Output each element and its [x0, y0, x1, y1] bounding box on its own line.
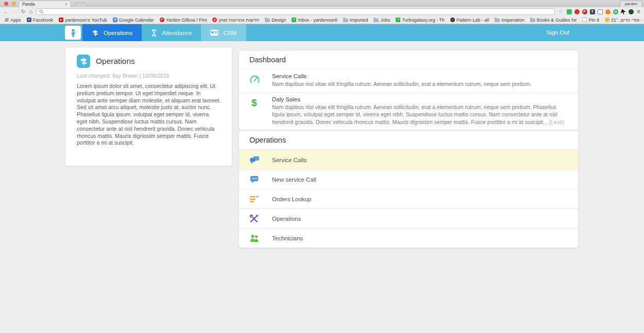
- pinterest-icon: [160, 17, 164, 22]
- ops-item-orders-lookup[interactable]: Orders Lookup: [239, 189, 578, 208]
- minimize-window-button[interactable]: [12, 2, 16, 6]
- bookmark-folder-books[interactable]: Books & Guides for: [530, 17, 577, 23]
- bookmark-folder-jobs[interactable]: Jobs: [374, 17, 390, 23]
- bookmark-star-icon[interactable]: ☆: [558, 9, 563, 14]
- chrome-menu-icon[interactable]: ≡: [637, 9, 640, 14]
- bookmark-folder-insperation[interactable]: Insperation: [495, 17, 524, 23]
- panda-logo-icon: [69, 28, 77, 38]
- youtube-icon: [59, 17, 63, 22]
- page-content: Operations Last changed: Itay Brown | 10…: [0, 41, 644, 333]
- bookmark-folder-imported[interactable]: Imported: [343, 17, 368, 23]
- bookmark-pattern-lab[interactable]: Pattern Lab - all: [450, 17, 489, 23]
- reload-icon[interactable]: [21, 9, 25, 14]
- chat-bubble-dots-icon: [249, 175, 272, 184]
- home-icon[interactable]: [29, 9, 32, 14]
- back-icon[interactable]: [4, 9, 9, 14]
- bookmark-turbogalaxy[interactable]: Turbogalaxy.org - Th: [396, 17, 444, 23]
- orders-list-icon: [249, 195, 272, 203]
- capture-extension-icon[interactable]: [598, 9, 603, 14]
- duckduckgo-extension-icon[interactable]: [629, 9, 634, 14]
- bookmark-apps[interactable]: Apps: [4, 17, 21, 23]
- tab-attendance[interactable]: Attendance: [142, 24, 201, 41]
- omnibox[interactable]: [36, 8, 555, 15]
- card-body-text: Lorem ipsum dolor sit amet, consectetur …: [77, 83, 221, 147]
- people-icon: [249, 234, 272, 242]
- last-changed-meta: Last changed: Itay Brown | 10/05/2015: [77, 73, 221, 79]
- app-tabs: Operations Attendance CRM: [82, 24, 246, 41]
- bookmark-pin-it[interactable]: Pin It: [582, 17, 599, 23]
- card-title: Operations: [96, 57, 135, 66]
- signpost-icon: [92, 29, 99, 37]
- bookmark-folder-design[interactable]: Design: [265, 17, 286, 23]
- address-input[interactable]: [46, 9, 552, 14]
- browser-toolbar: ☆ P T G ≡: [0, 7, 644, 16]
- profile-name-chip[interactable]: yarden: [620, 1, 642, 7]
- dashboard-title: Dashboard: [239, 50, 578, 69]
- folder-icon: [495, 19, 500, 22]
- flame-extension-icon[interactable]: [605, 9, 611, 14]
- hourglass-icon: [151, 29, 157, 37]
- less-link[interactable]: (Less): [549, 119, 564, 125]
- operations-card: Operations Service Calls: [239, 130, 579, 248]
- close-window-button[interactable]: [4, 2, 8, 6]
- ops-item-new-service-call[interactable]: New service Call: [239, 169, 578, 189]
- folder-icon: [265, 19, 270, 22]
- folder-icon: [374, 19, 379, 22]
- grammarly-extension-icon[interactable]: G: [613, 9, 618, 14]
- tools-icon: [249, 214, 272, 223]
- sign-out-button[interactable]: Sign Out: [546, 24, 569, 41]
- bookmarks-bar: Apps Facebook yardenoon's YouTub Google …: [0, 16, 644, 24]
- dashboard-item-daly-sales[interactable]: $ Daly Sales Nam dapibus nisl vitae elit…: [239, 93, 578, 130]
- tab-crm[interactable]: CRM: [201, 24, 246, 41]
- bookmark-youtube[interactable]: yardenoon's YouTub: [59, 17, 107, 23]
- new-tab-button[interactable]: [74, 2, 87, 7]
- weather-icon: [605, 17, 609, 22]
- ynet-icon: [212, 17, 217, 22]
- dashboard-card: Dashboard Service Calls Nam dapibus nisl…: [239, 50, 579, 130]
- calendar-icon: [113, 17, 117, 22]
- extension-icons: P T G: [567, 9, 634, 14]
- dashboard-item-service-calls[interactable]: Service Calls Nam dapibus nisl vitae eli…: [239, 69, 578, 93]
- ops-item-service-calls[interactable]: Service Calls: [239, 150, 578, 169]
- tumblr-extension-icon[interactable]: T: [590, 9, 595, 14]
- apps-grid-icon: [4, 17, 9, 22]
- facebook-icon: [27, 17, 31, 22]
- bookmark-weather[interactable]: בים - אודי הרים, 21°: [605, 17, 644, 23]
- ops-item-operations[interactable]: Operations: [239, 208, 578, 228]
- item-description: Nam dapibus nisl vitae elit fringilla ru…: [272, 103, 568, 126]
- cursor-extension-icon[interactable]: [621, 9, 626, 14]
- app-logo[interactable]: [65, 26, 81, 40]
- gauge-icon: [249, 73, 272, 88]
- browser-tab[interactable]: Panda ×: [19, 1, 71, 7]
- page-icon: [582, 17, 587, 22]
- browser-tab-title: Panda: [22, 2, 63, 7]
- browser-tabstrip: Panda × yarden: [0, 0, 644, 7]
- tab-close-icon[interactable]: ×: [65, 2, 67, 7]
- chat-bubbles-icon: [249, 155, 272, 165]
- bookmark-google-calendar[interactable]: Google Calendar: [113, 17, 154, 23]
- bookmark-facebook[interactable]: Facebook: [27, 17, 54, 23]
- pinterest-extension-icon[interactable]: P: [582, 9, 587, 14]
- pattern-lab-icon: [450, 17, 455, 22]
- folder-icon: [343, 19, 348, 22]
- bookmark-ynet[interactable]: ynet חדשות אחרונות: [212, 17, 259, 23]
- bookmark-inbox[interactable]: Inbox - yardenoonli: [292, 17, 337, 23]
- tab-operations[interactable]: Operations: [82, 24, 142, 41]
- operations-info-card: Operations Last changed: Itay Brown | 10…: [65, 47, 232, 166]
- signpost-icon: [77, 55, 90, 68]
- search-icon: [39, 9, 44, 14]
- app-navbar: Operations Attendance CRM Sign Out: [0, 24, 644, 41]
- adblock-extension-icon[interactable]: [574, 9, 580, 14]
- id-card-icon: [210, 29, 218, 36]
- folder-icon: [530, 19, 535, 22]
- item-description: Nam dapibus nisl vitae elit fringilla ru…: [272, 80, 568, 88]
- dollar-icon: $: [249, 96, 272, 126]
- item-title: Service Calls: [272, 73, 568, 79]
- bookmark-pinterest[interactable]: Yarden Gilboa / Pint: [160, 17, 207, 23]
- evernote-extension-icon[interactable]: [567, 9, 572, 14]
- ops-item-technicians[interactable]: Technicians: [239, 228, 578, 248]
- operations-title: Operations: [239, 131, 578, 150]
- forward-icon[interactable]: [12, 9, 18, 14]
- turbogalaxy-icon: [396, 17, 400, 22]
- item-title: Daly Sales: [272, 96, 568, 102]
